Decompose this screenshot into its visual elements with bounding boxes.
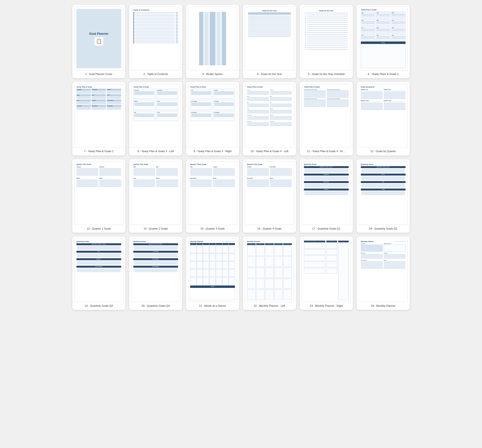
card-23[interactable]: FRIDAY SATURDAY NOTES	[300, 237, 353, 310]
col-line	[190, 186, 212, 187]
checkbox	[305, 30, 306, 31]
tg-box	[361, 245, 383, 252]
qg-line	[361, 169, 405, 169]
mr-notes-header: NOTES	[338, 241, 349, 242]
yp3-line	[191, 103, 211, 104]
col-line	[156, 171, 178, 172]
card-24[interactable]: Monthly Planner Top Goals Monthly Reward	[357, 237, 410, 310]
month-line	[76, 104, 91, 104]
card-18[interactable]: Quarterly Goals QUARTER TWO GOALS APRIL	[357, 159, 410, 233]
col-line	[213, 168, 235, 169]
card-17[interactable]: Quarterly Goals QUARTER ONE GOALS JANUAR…	[300, 159, 353, 233]
yp3-line	[157, 92, 177, 93]
card-6[interactable]: Yearly Plan & Goals JAN FEB	[357, 5, 410, 78]
month-line	[107, 108, 121, 109]
card-11[interactable]: Yearly Plan & Goals	[300, 82, 353, 155]
month-label: APRIL	[76, 94, 91, 96]
month-line	[77, 256, 121, 257]
toc-row	[133, 12, 178, 13]
yp3-line	[191, 116, 211, 116]
card-label-17: 17 - Quarterly Goals Q1	[312, 227, 340, 230]
yp4-line	[247, 119, 269, 120]
yp4-line	[247, 110, 269, 111]
card-15[interactable]: Quarter Three Goals July August	[186, 159, 239, 233]
card-20[interactable]: Quarterly Goals QUARTER FOUR GOALS OCTOB…	[129, 237, 182, 310]
month-section: JUNE	[361, 189, 406, 195]
month-box: FEB	[376, 12, 390, 18]
check-line	[307, 15, 348, 15]
card-2[interactable]: Table of Contents	[129, 5, 182, 78]
card-16[interactable]: Quarter Four Goals October November	[243, 159, 296, 233]
proj-line	[384, 254, 406, 255]
col-line	[133, 180, 155, 180]
yp4-month: March	[247, 96, 269, 97]
toc-num	[176, 40, 178, 40]
yr4-line	[304, 102, 326, 102]
check-row	[305, 37, 348, 39]
card-21[interactable]: Monthly Planner S M T	[186, 237, 239, 310]
yearly-3r-title: Yearly Plan & Goals	[190, 86, 206, 88]
month-line	[107, 91, 121, 92]
box-line	[377, 30, 390, 30]
yp3-line	[134, 105, 154, 106]
col-line	[99, 169, 121, 170]
month-line	[361, 176, 405, 177]
mp-top-goals: Top Goals Monthly Reward	[361, 243, 406, 252]
month-section: SEPTEMBER	[76, 266, 121, 272]
card-label-4: 4 - Goals for the Year	[257, 72, 282, 76]
yp3-line	[157, 105, 177, 106]
month-lines	[76, 253, 121, 257]
col-line	[270, 170, 292, 171]
mr-header: SATURDAY	[326, 241, 337, 242]
card-13[interactable]: Quarter One Goals January February	[72, 159, 125, 233]
mp-mid-row: Reminders Projects	[361, 252, 406, 259]
card-14[interactable]: Quarter Two Goals April May	[129, 159, 182, 233]
card-9[interactable]: Yearly Plan & Goals JULY AUGUST	[186, 82, 239, 155]
card-8[interactable]: Yearly Plan & Goals JANUARY FEBRUARY	[129, 82, 182, 155]
month-line	[92, 103, 106, 103]
yearly-4l-title: Yearly Plan & Goals	[247, 86, 263, 88]
card-10[interactable]: Yearly Plan & Goals January February	[243, 82, 296, 155]
toc-heading: Table of Contents	[133, 9, 150, 11]
yp4-line	[270, 117, 292, 118]
toc-row	[133, 16, 178, 17]
toc-num	[176, 34, 178, 34]
col-line	[133, 184, 155, 184]
calendar-cell	[203, 269, 209, 277]
toc-row	[133, 24, 178, 24]
yp3-line	[134, 105, 154, 105]
check-row	[305, 35, 348, 37]
month-line	[107, 102, 121, 102]
month-bar: JUNE	[361, 189, 406, 191]
card-12[interactable]: Goals by Quarter Quarter One Quarter Two	[357, 82, 410, 155]
card-19[interactable]: Quarterly Goals QUARTER THREE GOALS JULY	[72, 237, 125, 310]
card-1[interactable]: Goal Planner 📋 1 - Goal Planner Cover	[72, 5, 125, 78]
quarter-bottom-cols: March Notes	[76, 177, 121, 187]
month-line	[77, 269, 121, 269]
card-label-16: 16 - Quarter 4 Goals	[257, 227, 282, 230]
card-3[interactable]: 3 - Binder Spines	[186, 5, 239, 78]
yp3-month-box: JANUARY	[133, 89, 155, 99]
month-line	[107, 97, 121, 98]
card-4[interactable]: Goals for the Year 4 - Goals for the Yea…	[243, 5, 296, 78]
col-line	[213, 170, 235, 171]
yp4-line	[270, 97, 292, 98]
col-line	[190, 169, 212, 170]
yp3-line	[157, 103, 177, 103]
box-line	[362, 36, 374, 37]
col-line	[213, 181, 235, 181]
month-bar: MARCH	[304, 189, 349, 191]
card-7[interactable]: Yearly Plan & Goals JANUARY FEBRUARY	[72, 82, 125, 155]
calendar-cell	[209, 246, 216, 253]
yp3-line	[191, 105, 211, 105]
card-22[interactable]: Monthly Planner SUNDAY MONDAY TUESDAY	[243, 237, 296, 310]
day-cell	[283, 279, 292, 289]
month-name: NOV	[377, 35, 390, 36]
quarter-bottom-cols: June Notes	[133, 177, 178, 187]
yp3-month-box: DECEMBER	[213, 111, 235, 121]
qg-line	[361, 172, 405, 172]
card-5[interactable]: Goals for the Year	[300, 5, 353, 78]
card-thumbnail-6: Yearly Plan & Goals JAN FEB	[359, 7, 408, 70]
yp3-line	[134, 116, 154, 116]
quarter-line	[384, 96, 406, 96]
